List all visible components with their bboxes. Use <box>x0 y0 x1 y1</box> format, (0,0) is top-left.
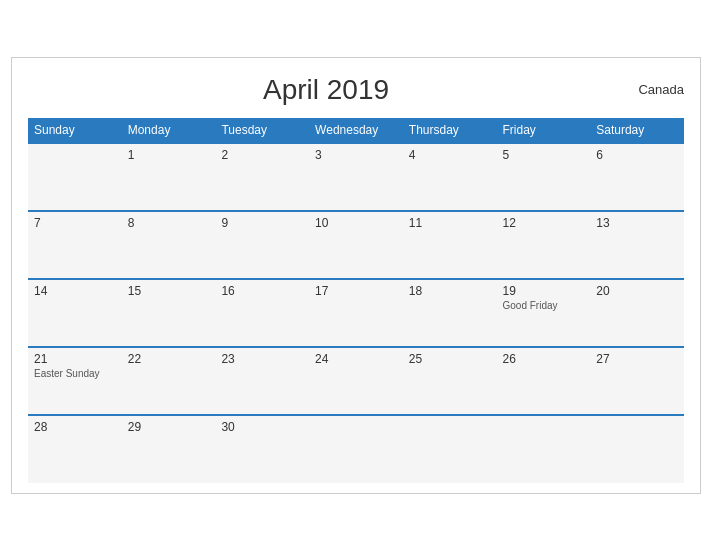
calendar-cell: 27 <box>590 347 684 415</box>
weekday-header-thursday: Thursday <box>403 118 497 143</box>
calendar-cell: 11 <box>403 211 497 279</box>
calendar-cell: 13 <box>590 211 684 279</box>
calendar-cell: 29 <box>122 415 216 483</box>
day-number: 17 <box>315 284 397 298</box>
day-number: 30 <box>221 420 303 434</box>
calendar-cell: 8 <box>122 211 216 279</box>
calendar-cell: 5 <box>497 143 591 211</box>
calendar-cell: 15 <box>122 279 216 347</box>
calendar-cell: 10 <box>309 211 403 279</box>
day-number: 28 <box>34 420 116 434</box>
day-number: 16 <box>221 284 303 298</box>
calendar-cell: 4 <box>403 143 497 211</box>
calendar-cell: 1 <box>122 143 216 211</box>
day-number: 24 <box>315 352 397 366</box>
day-number: 12 <box>503 216 585 230</box>
calendar-cell <box>28 143 122 211</box>
day-number: 15 <box>128 284 210 298</box>
holiday-name: Easter Sunday <box>34 368 116 379</box>
calendar-cell: 22 <box>122 347 216 415</box>
calendar-cell <box>309 415 403 483</box>
day-number: 9 <box>221 216 303 230</box>
calendar-cell <box>497 415 591 483</box>
calendar-cell: 21Easter Sunday <box>28 347 122 415</box>
calendar-cell: 30 <box>215 415 309 483</box>
day-number: 18 <box>409 284 491 298</box>
weekday-header-wednesday: Wednesday <box>309 118 403 143</box>
weekday-header-saturday: Saturday <box>590 118 684 143</box>
calendar-cell: 24 <box>309 347 403 415</box>
calendar-container: General Blue April 2019 Canada SundayMon… <box>11 57 701 494</box>
day-number: 6 <box>596 148 678 162</box>
day-number: 23 <box>221 352 303 366</box>
day-number: 8 <box>128 216 210 230</box>
day-number: 4 <box>409 148 491 162</box>
day-number: 20 <box>596 284 678 298</box>
calendar-cell: 25 <box>403 347 497 415</box>
calendar-cell: 9 <box>215 211 309 279</box>
day-number: 5 <box>503 148 585 162</box>
calendar-cell: 12 <box>497 211 591 279</box>
calendar-cell: 16 <box>215 279 309 347</box>
day-number: 14 <box>34 284 116 298</box>
calendar-cell: 23 <box>215 347 309 415</box>
calendar-week-row: 141516171819Good Friday20 <box>28 279 684 347</box>
day-number: 21 <box>34 352 116 366</box>
calendar-cell: 14 <box>28 279 122 347</box>
day-number: 13 <box>596 216 678 230</box>
calendar-cell: 28 <box>28 415 122 483</box>
holiday-name: Good Friday <box>503 300 585 311</box>
day-number: 3 <box>315 148 397 162</box>
weekday-header-monday: Monday <box>122 118 216 143</box>
weekday-header-sunday: Sunday <box>28 118 122 143</box>
calendar-cell: 3 <box>309 143 403 211</box>
day-number: 2 <box>221 148 303 162</box>
calendar-cell: 17 <box>309 279 403 347</box>
day-number: 22 <box>128 352 210 366</box>
day-number: 1 <box>128 148 210 162</box>
day-number: 26 <box>503 352 585 366</box>
calendar-week-row: 282930 <box>28 415 684 483</box>
calendar-cell: 26 <box>497 347 591 415</box>
country-label: Canada <box>624 82 684 97</box>
calendar-week-row: 123456 <box>28 143 684 211</box>
weekday-header-friday: Friday <box>497 118 591 143</box>
weekday-header-tuesday: Tuesday <box>215 118 309 143</box>
day-number: 27 <box>596 352 678 366</box>
calendar-cell: 20 <box>590 279 684 347</box>
day-number: 7 <box>34 216 116 230</box>
calendar-week-row: 78910111213 <box>28 211 684 279</box>
calendar-cell: 19Good Friday <box>497 279 591 347</box>
calendar-cell: 18 <box>403 279 497 347</box>
calendar-cell: 7 <box>28 211 122 279</box>
calendar-header: General Blue April 2019 Canada <box>28 74 684 106</box>
day-number: 29 <box>128 420 210 434</box>
calendar-cell <box>590 415 684 483</box>
month-title: April 2019 <box>28 74 624 106</box>
day-number: 10 <box>315 216 397 230</box>
calendar-cell: 2 <box>215 143 309 211</box>
day-number: 11 <box>409 216 491 230</box>
calendar-cell <box>403 415 497 483</box>
day-number: 25 <box>409 352 491 366</box>
calendar-header-row: SundayMondayTuesdayWednesdayThursdayFrid… <box>28 118 684 143</box>
day-number: 19 <box>503 284 585 298</box>
calendar-week-row: 21Easter Sunday222324252627 <box>28 347 684 415</box>
calendar-table: SundayMondayTuesdayWednesdayThursdayFrid… <box>28 118 684 483</box>
calendar-cell: 6 <box>590 143 684 211</box>
